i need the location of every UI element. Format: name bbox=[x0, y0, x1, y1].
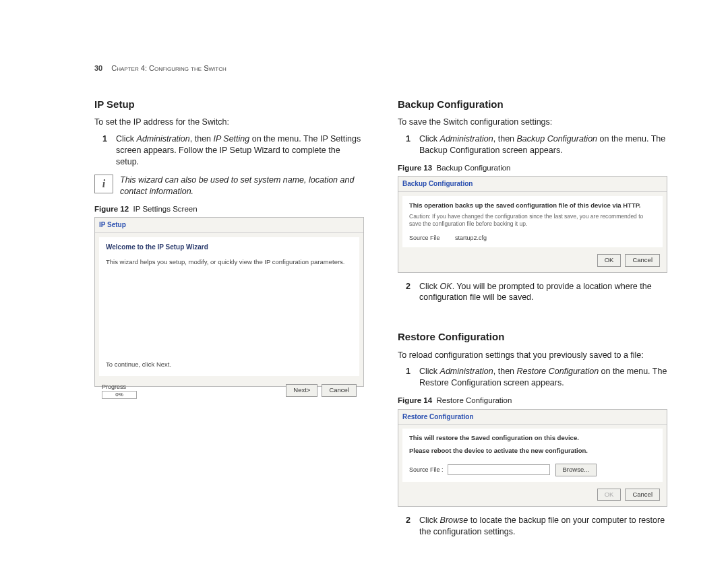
backup-caution: Caution: If you have changed the configu… bbox=[409, 213, 656, 228]
right-column: Backup Configuration To save the Switch … bbox=[398, 61, 667, 543]
progress-bar: 0% bbox=[102, 391, 137, 399]
ip-step-1: 1 Click Administration, then IP Setting … bbox=[102, 133, 364, 168]
file-input[interactable] bbox=[448, 464, 550, 475]
browse-button[interactable]: Browse... bbox=[555, 464, 597, 476]
step-text: Click Administration, then Backup Config… bbox=[419, 133, 667, 156]
source-file-name: startup2.cfg bbox=[455, 235, 487, 241]
shot-title: Restore Configuration bbox=[398, 410, 667, 425]
backup-step-1: 1 Click Administration, then Backup Conf… bbox=[406, 133, 667, 156]
figure-13-label: Figure 13 Backup Configuration bbox=[398, 163, 667, 174]
ip-intro: To set the IP address for the Switch: bbox=[94, 117, 364, 128]
progress-label: Progress bbox=[102, 383, 137, 391]
source-file-label: Source File : bbox=[409, 466, 444, 474]
step-number: 1 bbox=[406, 133, 414, 156]
step-number: 1 bbox=[406, 366, 414, 389]
source-file-row: Source File startup2.cfg bbox=[409, 234, 656, 242]
figure-14-label: Figure 14 Restore Configuration bbox=[398, 396, 667, 406]
progress-block: Progress 0% bbox=[102, 383, 137, 399]
heading-backup: Backup Configuration bbox=[398, 98, 667, 111]
cancel-button[interactable]: Cancel bbox=[625, 489, 660, 501]
step-text: Click Browse to locate the backup file o… bbox=[419, 515, 667, 538]
step-text: Click Administration, then IP Setting on… bbox=[116, 133, 364, 168]
step-number: 1 bbox=[102, 133, 111, 168]
step-text: Click Administration, then Restore Confi… bbox=[419, 366, 667, 389]
restore-intro: To reload configuration settings that yo… bbox=[398, 350, 667, 361]
screenshot-restore: Restore Configuration This will restore … bbox=[398, 409, 667, 507]
shot-title: Backup Configuration bbox=[398, 177, 667, 192]
info-note: i This wizard can also be used to set sy… bbox=[94, 175, 364, 197]
wizard-continue: To continue, click Next. bbox=[106, 361, 171, 369]
shot-title: IP Setup bbox=[95, 218, 363, 233]
wizard-body: This wizard helps you setup, modify, or … bbox=[106, 258, 353, 266]
restore-line1: This will restore the Saved configuratio… bbox=[409, 434, 656, 443]
shot-body: Welcome to the IP Setup Wizard This wiza… bbox=[99, 237, 359, 376]
chapter-title: Chapter 4: Configuring the Switch bbox=[111, 64, 226, 72]
ok-button[interactable]: OK bbox=[597, 254, 621, 267]
page-number: 30 bbox=[94, 64, 102, 72]
page-header: 30 Chapter 4: Configuring the Switch bbox=[94, 64, 226, 72]
screenshot-backup: Backup Configuration This operation back… bbox=[398, 176, 667, 272]
info-icon: i bbox=[94, 175, 113, 193]
heading-restore: Restore Configuration bbox=[398, 330, 667, 344]
step-text: Click OK. You will be prompted to provid… bbox=[419, 281, 667, 304]
wizard-footer: Progress 0% Next> Cancel bbox=[95, 380, 363, 404]
wizard-welcome: Welcome to the IP Setup Wizard bbox=[106, 243, 353, 252]
next-button[interactable]: Next> bbox=[286, 384, 317, 397]
figure-12-label: Figure 12 IP Settings Screen bbox=[94, 204, 364, 215]
restore-footer: OK Cancel bbox=[398, 486, 667, 507]
screenshot-ip-settings: IP Setup Welcome to the IP Setup Wizard … bbox=[94, 217, 364, 387]
source-file-row: Source File : Browse... bbox=[409, 464, 656, 476]
ok-button-disabled: OK bbox=[597, 489, 621, 501]
restore-line2: Please reboot the device to activate the… bbox=[409, 447, 656, 456]
cancel-button[interactable]: Cancel bbox=[625, 254, 660, 267]
info-note-text: This wizard can also be used to set syst… bbox=[120, 175, 364, 197]
backup-intro: To save the Switch configuration setting… bbox=[398, 117, 667, 128]
restore-step-2: 2 Click Browse to locate the backup file… bbox=[406, 515, 667, 538]
step-number: 2 bbox=[406, 515, 414, 538]
heading-ip-setup: IP Setup bbox=[94, 98, 364, 111]
backup-footer: OK Cancel bbox=[398, 251, 667, 272]
shot-body: This will restore the Saved configuratio… bbox=[402, 429, 663, 481]
backup-bold-text: This operation backs up the saved config… bbox=[409, 201, 656, 210]
backup-step-2: 2 Click OK. You will be prompted to prov… bbox=[406, 281, 667, 304]
shot-body: This operation backs up the saved config… bbox=[402, 196, 663, 247]
restore-step-1: 1 Click Administration, then Restore Con… bbox=[406, 366, 667, 389]
left-column: IP Setup To set the IP address for the S… bbox=[94, 61, 364, 543]
step-number: 2 bbox=[406, 281, 414, 304]
cancel-button[interactable]: Cancel bbox=[322, 384, 357, 397]
